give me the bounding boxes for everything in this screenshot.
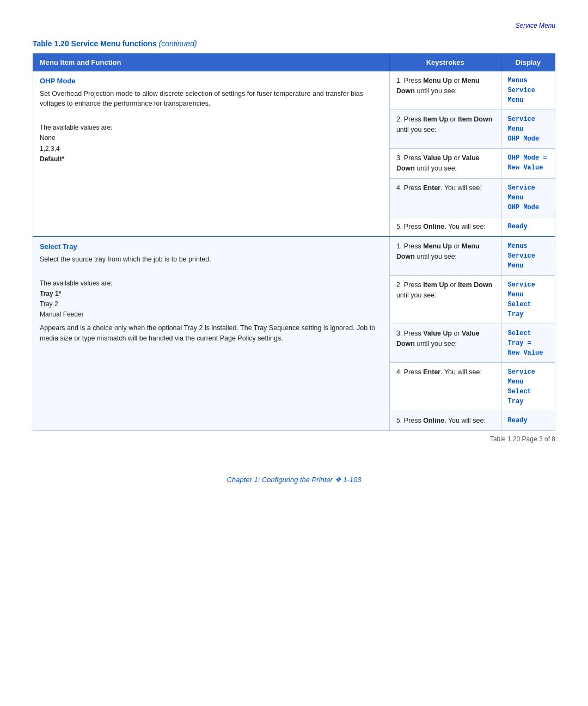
page-footer: Chapter 1: Configuring the Printer ❖ 1-1…: [33, 476, 555, 484]
menu-item-cell-select_tray: Select TraySelect the source tray from w…: [33, 236, 390, 430]
keystroke-cell-select_tray-step-5: 5. Press Online. You will see:: [389, 411, 501, 431]
col-menu-item: Menu Item and Function: [33, 54, 390, 71]
display-cell-select_tray-step-5: Ready: [501, 411, 555, 431]
display-cell-ohp_mode-step-1: MenusService Menu: [501, 71, 555, 110]
display-cell-ohp_mode-step-2: Service MenuOHP Mode: [501, 110, 555, 149]
table-footer: Table 1.20 Page 3 of 8: [33, 435, 555, 443]
display-cell-ohp_mode-step-5: Ready: [501, 217, 555, 236]
menu-item-name-ohp_mode: OHP Mode: [40, 76, 383, 87]
table-title: Table 1.20 Service Menu functions (conti…: [33, 39, 555, 48]
keystroke-cell-ohp_mode-step-5: 5. Press Online. You will see:: [389, 217, 501, 236]
page-header-right: Service Menu: [33, 22, 555, 29]
menu-item-cell-ohp_mode: OHP ModeSet Overhead Projection mode to …: [33, 71, 390, 237]
table-title-continued: (continued): [159, 39, 197, 48]
display-cell-ohp_mode-step-4: Service MenuOHP Mode: [501, 178, 555, 217]
table-title-text: Table 1.20 Service Menu functions: [33, 39, 157, 48]
keystroke-cell-select_tray-step-1: 1. Press Menu Up or Menu Down until you …: [389, 236, 501, 276]
values-label-select_tray: The available values are:Tray 1*Tray 2Ma…: [40, 268, 383, 320]
table-row: Select TraySelect the source tray from w…: [33, 236, 555, 276]
desc-text-select_tray: Select the source tray from which the jo…: [40, 255, 211, 263]
display-cell-ohp_mode-step-3: OHP Mode =New Value: [501, 149, 555, 179]
extra-desc-select_tray: Appears and is a choice only when the op…: [40, 323, 383, 344]
page-footer-text: Chapter 1: Configuring the Printer ❖ 1-1…: [227, 476, 362, 484]
keystroke-cell-select_tray-step-3: 3. Press Value Up or Value Down until yo…: [389, 324, 501, 363]
col-keystrokes: Keystrokes: [389, 54, 501, 71]
table-header-row: Menu Item and Function Keystrokes Displa…: [33, 54, 555, 71]
table-footer-text: Table 1.20 Page 3 of 8: [490, 435, 555, 443]
service-menu-table: Menu Item and Function Keystrokes Displa…: [33, 53, 555, 431]
keystroke-cell-ohp_mode-step-4: 4. Press Enter. You will see:: [389, 178, 501, 217]
menu-item-name-select_tray: Select Tray: [40, 241, 383, 252]
header-service-menu-label: Service Menu: [516, 22, 555, 29]
display-cell-select_tray-step-3: Select Tray =New Value: [501, 324, 555, 363]
keystroke-cell-select_tray-step-2: 2. Press Item Up or Item Down until you …: [389, 276, 501, 324]
table-row: OHP ModeSet Overhead Projection mode to …: [33, 71, 555, 110]
keystroke-cell-ohp_mode-step-3: 3. Press Value Up or Value Down until yo…: [389, 149, 501, 179]
values-label-ohp_mode: The available values are:None1,2,3,4Defa…: [40, 112, 383, 165]
display-cell-select_tray-step-2: Service MenuSelect Tray: [501, 276, 555, 324]
keystroke-cell-ohp_mode-step-2: 2. Press Item Up or Item Down until you …: [389, 110, 501, 149]
col-display: Display: [501, 54, 555, 71]
display-cell-select_tray-step-1: MenusService Menu: [501, 236, 555, 276]
desc-text-ohp_mode: Set Overhead Projection mode to allow di…: [40, 90, 363, 108]
keystroke-cell-select_tray-step-4: 4. Press Enter. You will see:: [389, 363, 501, 411]
keystroke-cell-ohp_mode-step-1: 1. Press Menu Up or Menu Down until you …: [389, 71, 501, 110]
display-cell-select_tray-step-4: Service MenuSelect Tray: [501, 363, 555, 411]
